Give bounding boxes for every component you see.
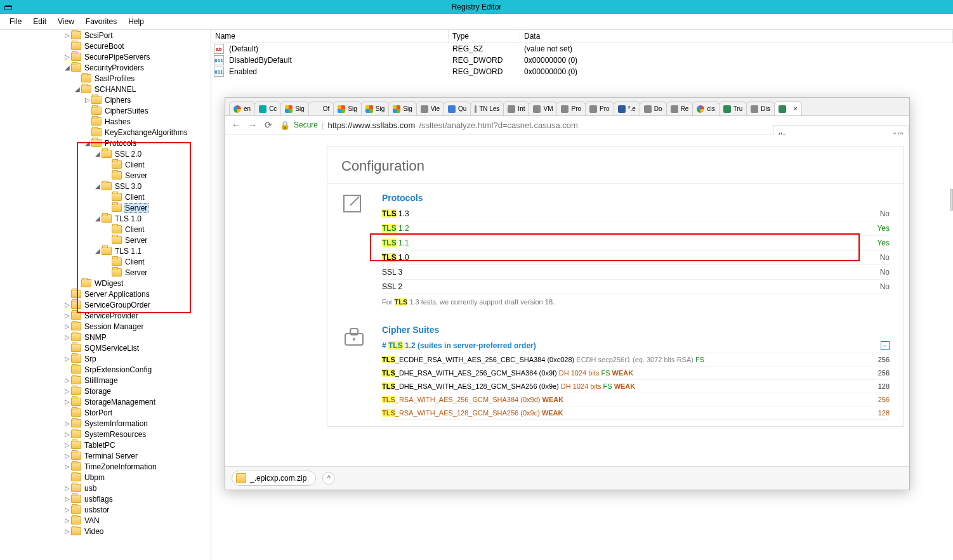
tree-item-server[interactable]: Server (124, 268, 148, 277)
protocols-heading[interactable]: Protocols (382, 193, 890, 203)
tree-caret[interactable]: ▷ (63, 495, 71, 502)
list-row[interactable]: 011EnabledREG_DWORD0x00000000 (0) (211, 66, 953, 77)
tree-item-wdigest[interactable]: WDigest (93, 279, 124, 288)
menu-help[interactable]: Help (122, 16, 150, 27)
tree-item-storport[interactable]: StorPort (83, 408, 114, 417)
tree-caret[interactable]: ▷ (63, 387, 71, 394)
tree-item-scsiport[interactable]: ScsiPort (83, 31, 114, 40)
tree-item-ssl-3-0[interactable]: SSL 3.0 (114, 182, 143, 191)
browser-tab[interactable]: Re (666, 101, 693, 115)
tree-caret[interactable]: ◢ (94, 215, 102, 222)
download-chevron[interactable]: ^ (322, 472, 335, 485)
tree-caret[interactable]: ▷ (63, 355, 71, 362)
tree-caret[interactable]: ▷ (63, 377, 71, 384)
tree-item-client[interactable]: Client (124, 225, 146, 234)
col-name[interactable]: Name (211, 30, 449, 42)
tree-item-ssl-2-0[interactable]: SSL 2.0 (114, 150, 143, 159)
tree-item-video[interactable]: Video (83, 527, 105, 536)
tree-item-usbstor[interactable]: usbstor (83, 505, 110, 514)
tree-item-storagemanagement[interactable]: StorageManagement (83, 398, 157, 407)
browser-tab[interactable]: Sig (333, 101, 361, 115)
tree-caret[interactable]: ▷ (63, 441, 71, 448)
tree-caret[interactable]: ▷ (63, 463, 71, 470)
tree-caret[interactable]: ◢ (63, 64, 71, 71)
browser-tab[interactable]: Of (308, 101, 334, 115)
tree-caret[interactable]: ◢ (94, 183, 102, 190)
tree-item-hashes[interactable]: Hashes (103, 117, 132, 126)
tree-item-keyexchangealgorithms[interactable]: KeyExchangeAlgorithms (103, 128, 189, 137)
tree-caret[interactable]: ▷ (63, 431, 71, 438)
tree-item-servicegrouporder[interactable]: ServiceGroupOrder (83, 301, 152, 309)
tree-item-timezoneinformation[interactable]: TimeZoneInformation (83, 462, 158, 471)
tree-item-securityproviders[interactable]: SecurityProviders (83, 63, 145, 72)
tree-item-srp[interactable]: Srp (83, 355, 98, 363)
browser-tab[interactable]: Qu (444, 101, 471, 115)
tree-item-ciphersuites[interactable]: CipherSuites (103, 107, 150, 115)
browser-tab[interactable]: Sig (361, 101, 389, 115)
tree-item-server[interactable]: Server (124, 171, 148, 180)
menu-favorites[interactable]: Favorites (80, 16, 122, 27)
browser-tab[interactable]: Int (503, 101, 529, 115)
reload-icon[interactable]: ⟳ (265, 120, 272, 130)
tree-item-systemresources[interactable]: SystemResources (83, 430, 147, 439)
tree-caret[interactable]: ◢ (74, 86, 81, 93)
tree-caret[interactable]: ◢ (84, 140, 91, 147)
cipher-heading[interactable]: Cipher Suites (382, 325, 890, 335)
browser-tab[interactable]: Do (640, 101, 667, 115)
tree-caret[interactable]: ▷ (63, 398, 71, 405)
tree-caret[interactable]: ◢ (94, 247, 102, 254)
browser-tab[interactable]: Pro (585, 101, 614, 115)
tree-caret[interactable]: ▷ (63, 528, 71, 535)
collapse-icon[interactable]: − (881, 341, 890, 350)
tree-caret[interactable]: ▷ (63, 485, 71, 492)
browser-tab[interactable]: Dis (746, 101, 774, 115)
menu-file[interactable]: File (4, 16, 27, 27)
tree-caret[interactable]: ▷ (63, 517, 71, 524)
list-row[interactable]: 011DisabledByDefaultREG_DWORD0x00000000 … (211, 55, 953, 66)
tree-item-systeminformation[interactable]: SystemInformation (83, 419, 149, 428)
tree-item-terminal-server[interactable]: Terminal Server (83, 452, 139, 460)
tree-item-usbflags[interactable]: usbflags (83, 495, 114, 504)
menu-edit[interactable]: Edit (27, 16, 52, 27)
browser-tab[interactable]: Sig (280, 101, 308, 115)
tree-caret[interactable]: ▷ (63, 452, 71, 459)
tree-item-client[interactable]: Client (124, 160, 146, 169)
browser-tab[interactable]: en (229, 101, 255, 115)
tree-item-secureboot[interactable]: SecureBoot (83, 42, 126, 51)
tree-item-tls-1-1[interactable]: TLS 1.1 (114, 247, 143, 256)
tree-item-sqmservicelist[interactable]: SQMServiceList (83, 344, 140, 353)
browser-tab[interactable]: × (774, 101, 802, 115)
browser-tab[interactable]: cis (692, 101, 719, 115)
tree-item-tabletpc[interactable]: TabletPC (83, 441, 117, 450)
tree-caret[interactable]: ▷ (63, 312, 71, 319)
tree-item-securepipeservers[interactable]: SecurePipeServers (83, 53, 151, 62)
tree-item-saslprofiles[interactable]: SaslProfiles (93, 74, 136, 83)
tree-caret[interactable]: ▷ (63, 506, 71, 513)
tree-item-protocols[interactable]: Protocols (103, 139, 138, 148)
tree-item-client[interactable]: Client (124, 257, 146, 266)
tree-item-server-applications[interactable]: Server Applications (83, 290, 151, 299)
browser-tab[interactable]: Vie (416, 101, 444, 115)
tree-item-snmp[interactable]: SNMP (83, 333, 108, 342)
tree-item-server[interactable]: Server (124, 236, 148, 245)
tree-caret[interactable]: ▷ (63, 420, 71, 427)
tree-item-srpextensionconfig[interactable]: SrpExtensionConfig (83, 365, 153, 374)
tree-item-schannel[interactable]: SCHANNEL (93, 85, 137, 94)
tree-item-session-manager[interactable]: Session Manager (83, 322, 145, 331)
tree-item-client[interactable]: Client (124, 193, 146, 202)
col-type[interactable]: Type (449, 30, 520, 42)
list-row[interactable]: ab(Default)REG_SZ(value not set) (211, 43, 953, 55)
browser-tab[interactable]: VM (529, 101, 557, 115)
back-icon[interactable]: ← (232, 120, 240, 130)
tree-caret[interactable]: ▷ (63, 334, 71, 341)
tree-item-usb[interactable]: usb (83, 484, 98, 493)
resize-handle[interactable] (950, 189, 953, 211)
tree-item-serviceprovider[interactable]: ServiceProvider (83, 311, 140, 320)
tree-caret[interactable]: ▷ (63, 323, 71, 330)
tree-caret[interactable]: ▷ (63, 301, 71, 308)
tree-caret[interactable]: ◢ (94, 150, 102, 157)
forward-icon[interactable]: → (248, 120, 257, 130)
browser-tab[interactable]: Sig (388, 101, 416, 115)
tree-item-tls-1-0[interactable]: TLS 1.0 (114, 214, 143, 223)
tree-item-stillimage[interactable]: StillImage (83, 376, 119, 385)
